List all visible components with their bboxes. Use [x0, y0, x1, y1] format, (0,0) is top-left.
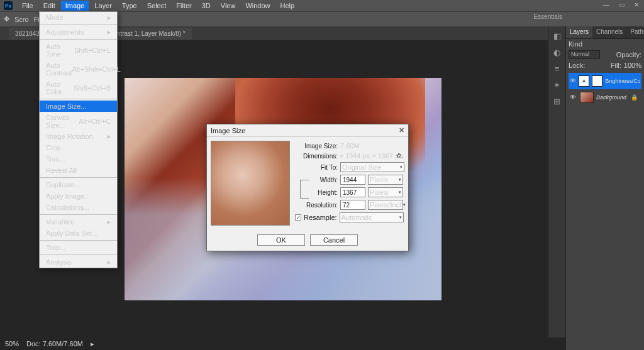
resolution-input[interactable] [340, 200, 365, 210]
resample-label: Resample: [304, 214, 337, 221]
layer-name: Background [596, 94, 626, 101]
window-maximize[interactable]: ▭ [616, 1, 626, 9]
layer-background[interactable]: 👁 Background 🔒 [569, 89, 641, 106]
menu-type[interactable]: Type [118, 1, 142, 11]
properties-icon[interactable]: ≡ [552, 64, 563, 75]
visibility-icon[interactable]: 👁 [570, 77, 576, 85]
menu-mode[interactable]: Mode▶ [40, 12, 117, 23]
menu-help[interactable]: Help [276, 1, 299, 11]
resolution-unit-select[interactable]: Pixels/Inch▾ [368, 200, 403, 210]
fill-value: 100% [624, 62, 641, 69]
swatches-icon[interactable]: ⊞ [552, 97, 563, 108]
tab-channels[interactable]: Channels [592, 26, 626, 38]
menu-image[interactable]: Image [61, 1, 89, 11]
menu-duplicate[interactable]: Duplicate... [40, 179, 117, 190]
dimensions-value: 1944 px × 1367 px [345, 152, 402, 160]
tool-icon: ✥ [4, 15, 9, 23]
menu-select[interactable]: Select [143, 1, 171, 11]
panel-tabs: Layers Channels Paths [566, 26, 644, 39]
fit-to-label: Fit To: [295, 164, 338, 171]
lock-icon: 🔒 [631, 94, 640, 101]
layer-adjustment[interactable]: 👁 ☀ Brightness/Contr... [569, 73, 641, 89]
menu-trap: Trap... [40, 242, 117, 253]
visibility-icon[interactable]: 👁 [570, 94, 577, 101]
dock-strip: ◧ ◐ ≡ ✶ ⊞ [548, 26, 565, 350]
menu-filter[interactable]: Filter [172, 1, 196, 11]
menu-auto-contrast[interactable]: Auto ContrastAlt+Shift+Ctrl+L [40, 60, 117, 79]
image-size-label: Image Size: [295, 143, 338, 150]
fit-to-select[interactable]: Original Size▾ [340, 162, 404, 172]
resolution-label: Resolution: [295, 202, 338, 209]
width-input[interactable] [340, 175, 365, 185]
zoom-level[interactable]: 50% [5, 340, 19, 347]
menu-adjustments[interactable]: Adjustments▶ [40, 26, 117, 38]
menu-view[interactable]: View [216, 1, 240, 11]
doc-size: Doc: 7.60M/7.60M [26, 340, 83, 347]
menu-apply-data-set: Apply Data Set... [40, 227, 117, 239]
menu-edit[interactable]: Edit [39, 1, 60, 11]
window-close[interactable]: ✕ [631, 1, 641, 9]
resample-select[interactable]: Automatic▾ [340, 212, 404, 222]
menu-variables: Variables▶ [40, 216, 117, 227]
image-size-value: 7.60M [340, 142, 360, 150]
adjustments-icon[interactable]: ◐ [552, 48, 563, 59]
layer-name: Brightness/Contr... [605, 78, 640, 84]
link-icon[interactable] [300, 180, 309, 199]
menu-trim[interactable]: Trim... [40, 153, 117, 165]
menu-image-size[interactable]: Image Size... [40, 101, 117, 112]
image-menu-dropdown: Mode▶ Adjustments▶ Auto ToneShift+Ctrl+L… [39, 11, 118, 268]
menubar: Ps File Edit Image Layer Type Select Fil… [0, 0, 644, 11]
mask-thumb [592, 75, 602, 87]
menu-reveal-all[interactable]: Reveal All [40, 165, 117, 176]
dimensions-label: Dimensions: [295, 153, 338, 160]
menu-auto-color[interactable]: Auto ColorShift+Ctrl+B [40, 79, 117, 97]
menu-image-rotation[interactable]: Image Rotation▶ [40, 131, 117, 142]
dialog-close-button[interactable]: ✕ [399, 126, 404, 134]
menu-analysis[interactable]: Analysis▶ [40, 256, 117, 268]
kind-label: Kind [569, 40, 582, 48]
workspace-switcher[interactable]: Essentials [533, 13, 562, 20]
status-bar: 50% Doc: 7.60M/7.60M ▸ [0, 337, 565, 350]
option-scroll[interactable]: Scro [14, 16, 29, 23]
menu-layer[interactable]: Layer [90, 1, 116, 11]
resample-checkbox[interactable]: ✓ [295, 214, 301, 221]
opacity-label: Opacity: [616, 51, 641, 58]
adjustment-thumb: ☀ [579, 75, 589, 87]
menu-window[interactable]: Window [241, 1, 274, 11]
history-icon[interactable]: ◧ [552, 31, 563, 43]
menu-apply-image[interactable]: Apply Image... [40, 190, 117, 202]
layer-thumb [580, 92, 594, 103]
dialog-title: Image Size [211, 127, 245, 134]
menu-crop[interactable]: Crop [40, 142, 117, 153]
menu-3d[interactable]: 3D [197, 1, 215, 11]
app-logo: Ps [4, 1, 13, 10]
ok-button[interactable]: OK [257, 234, 305, 246]
height-unit-select[interactable]: Pixels▾ [368, 187, 403, 197]
height-input[interactable] [340, 187, 365, 197]
image-size-dialog: Image Size ✕ ✿. Image Size:7.60M Dimensi… [206, 124, 409, 251]
menu-auto-tone[interactable]: Auto ToneShift+Ctrl+L [40, 41, 117, 60]
dialog-titlebar[interactable]: Image Size ✕ [207, 124, 408, 137]
menu-canvas-size[interactable]: Canvas Size...Alt+Ctrl+C [40, 112, 117, 131]
status-arrow-icon[interactable]: ▸ [91, 340, 94, 348]
menu-calculations[interactable]: Calculations... [40, 202, 117, 213]
window-minimize[interactable]: — [601, 1, 611, 9]
tab-layers[interactable]: Layers [566, 26, 592, 38]
blend-mode-select[interactable]: Normal [569, 50, 600, 59]
lock-label: Lock: [569, 62, 585, 69]
panels: Layers Channels Paths Kind Normal Opacit… [565, 26, 644, 350]
brush-icon[interactable]: ✶ [552, 80, 563, 92]
width-unit-select[interactable]: Pixels▾ [368, 175, 403, 185]
preview-thumbnail [211, 141, 290, 226]
menu-file[interactable]: File [18, 1, 38, 11]
tab-paths[interactable]: Paths [626, 26, 644, 38]
fill-label: Fill: [611, 62, 621, 69]
cancel-button[interactable]: Cancel [310, 234, 358, 246]
